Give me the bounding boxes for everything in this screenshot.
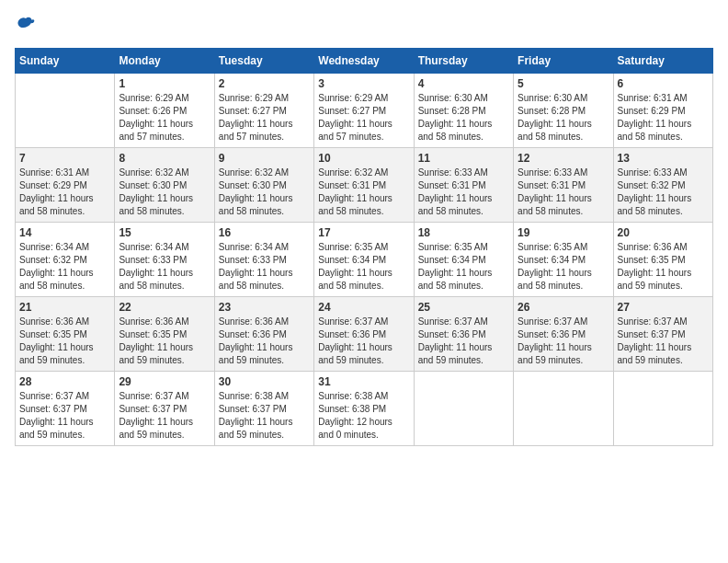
day-number: 19	[518, 226, 609, 239]
calendar-cell	[16, 74, 115, 148]
day-info: Sunrise: 6:29 AM Sunset: 6:27 PM Dayligh…	[318, 92, 409, 144]
day-number: 4	[418, 77, 509, 90]
weekday-header: Sunday	[16, 49, 115, 74]
day-info: Sunrise: 6:35 AM Sunset: 6:34 PM Dayligh…	[418, 241, 509, 293]
calendar-cell: 29Sunrise: 6:37 AM Sunset: 6:37 PM Dayli…	[115, 372, 214, 446]
calendar-cell: 2Sunrise: 6:29 AM Sunset: 6:27 PM Daylig…	[214, 74, 313, 148]
calendar-cell: 26Sunrise: 6:37 AM Sunset: 6:36 PM Dayli…	[514, 297, 613, 372]
calendar-cell: 21Sunrise: 6:36 AM Sunset: 6:35 PM Dayli…	[16, 297, 115, 372]
calendar-cell: 30Sunrise: 6:38 AM Sunset: 6:37 PM Dayli…	[214, 372, 313, 446]
day-info: Sunrise: 6:30 AM Sunset: 6:28 PM Dayligh…	[418, 92, 509, 144]
day-number: 23	[219, 301, 310, 314]
day-number: 5	[518, 77, 609, 90]
calendar-cell: 5Sunrise: 6:30 AM Sunset: 6:28 PM Daylig…	[514, 74, 613, 148]
day-number: 30	[219, 375, 310, 388]
day-info: Sunrise: 6:37 AM Sunset: 6:37 PM Dayligh…	[618, 316, 709, 367]
day-info: Sunrise: 6:36 AM Sunset: 6:35 PM Dayligh…	[119, 316, 210, 367]
calendar-cell: 28Sunrise: 6:37 AM Sunset: 6:37 PM Dayli…	[16, 372, 115, 446]
day-info: Sunrise: 6:37 AM Sunset: 6:37 PM Dayligh…	[19, 390, 110, 442]
page-header	[15, 15, 713, 40]
day-info: Sunrise: 6:37 AM Sunset: 6:36 PM Dayligh…	[418, 316, 509, 367]
weekday-header: Friday	[514, 49, 613, 74]
calendar-week-row: 14Sunrise: 6:34 AM Sunset: 6:32 PM Dayli…	[16, 223, 713, 297]
calendar-cell	[514, 372, 613, 446]
calendar-cell: 17Sunrise: 6:35 AM Sunset: 6:34 PM Dayli…	[314, 223, 414, 297]
day-number: 15	[119, 226, 210, 239]
calendar-week-row: 21Sunrise: 6:36 AM Sunset: 6:35 PM Dayli…	[16, 297, 713, 372]
day-info: Sunrise: 6:36 AM Sunset: 6:35 PM Dayligh…	[19, 316, 110, 367]
calendar-week-row: 7Sunrise: 6:31 AM Sunset: 6:29 PM Daylig…	[16, 148, 713, 223]
day-number: 21	[19, 301, 110, 314]
day-info: Sunrise: 6:34 AM Sunset: 6:32 PM Dayligh…	[19, 241, 110, 293]
calendar-cell: 12Sunrise: 6:33 AM Sunset: 6:31 PM Dayli…	[514, 148, 613, 223]
logo	[15, 15, 39, 40]
day-number: 12	[518, 152, 609, 165]
calendar-week-row: 28Sunrise: 6:37 AM Sunset: 6:37 PM Dayli…	[16, 372, 713, 446]
day-number: 8	[119, 152, 210, 165]
day-number: 16	[219, 226, 310, 239]
day-info: Sunrise: 6:34 AM Sunset: 6:33 PM Dayligh…	[119, 241, 210, 293]
day-info: Sunrise: 6:32 AM Sunset: 6:30 PM Dayligh…	[219, 167, 310, 218]
day-number: 24	[318, 301, 409, 314]
weekday-header: Monday	[115, 49, 214, 74]
day-number: 11	[418, 152, 509, 165]
day-number: 28	[19, 375, 110, 388]
day-info: Sunrise: 6:32 AM Sunset: 6:31 PM Dayligh…	[318, 167, 409, 218]
calendar-cell: 8Sunrise: 6:32 AM Sunset: 6:30 PM Daylig…	[115, 148, 214, 223]
day-info: Sunrise: 6:33 AM Sunset: 6:32 PM Dayligh…	[618, 167, 709, 218]
day-info: Sunrise: 6:33 AM Sunset: 6:31 PM Dayligh…	[418, 167, 509, 218]
calendar-cell: 20Sunrise: 6:36 AM Sunset: 6:35 PM Dayli…	[613, 223, 712, 297]
day-info: Sunrise: 6:30 AM Sunset: 6:28 PM Dayligh…	[518, 92, 609, 144]
day-number: 26	[518, 301, 609, 314]
calendar-cell: 19Sunrise: 6:35 AM Sunset: 6:34 PM Dayli…	[514, 223, 613, 297]
day-number: 14	[19, 226, 110, 239]
calendar-cell: 31Sunrise: 6:38 AM Sunset: 6:38 PM Dayli…	[314, 372, 414, 446]
weekday-header: Tuesday	[214, 49, 313, 74]
day-info: Sunrise: 6:37 AM Sunset: 6:37 PM Dayligh…	[119, 390, 210, 442]
calendar-cell: 27Sunrise: 6:37 AM Sunset: 6:37 PM Dayli…	[613, 297, 712, 372]
calendar-cell: 11Sunrise: 6:33 AM Sunset: 6:31 PM Dayli…	[414, 148, 513, 223]
day-info: Sunrise: 6:31 AM Sunset: 6:29 PM Dayligh…	[19, 167, 110, 218]
calendar-cell: 15Sunrise: 6:34 AM Sunset: 6:33 PM Dayli…	[115, 223, 214, 297]
calendar-cell	[613, 372, 712, 446]
day-number: 9	[219, 152, 310, 165]
day-info: Sunrise: 6:29 AM Sunset: 6:26 PM Dayligh…	[119, 92, 210, 144]
day-info: Sunrise: 6:36 AM Sunset: 6:35 PM Dayligh…	[618, 241, 709, 293]
calendar-cell: 6Sunrise: 6:31 AM Sunset: 6:29 PM Daylig…	[613, 74, 712, 148]
calendar-cell: 10Sunrise: 6:32 AM Sunset: 6:31 PM Dayli…	[314, 148, 414, 223]
calendar-cell: 14Sunrise: 6:34 AM Sunset: 6:32 PM Dayli…	[16, 223, 115, 297]
day-number: 31	[318, 375, 409, 388]
day-number: 17	[318, 226, 409, 239]
calendar-table: SundayMondayTuesdayWednesdayThursdayFrid…	[15, 48, 713, 446]
calendar-cell: 16Sunrise: 6:34 AM Sunset: 6:33 PM Dayli…	[214, 223, 313, 297]
day-info: Sunrise: 6:29 AM Sunset: 6:27 PM Dayligh…	[219, 92, 310, 144]
calendar-cell: 4Sunrise: 6:30 AM Sunset: 6:28 PM Daylig…	[414, 74, 513, 148]
weekday-header: Saturday	[613, 49, 712, 74]
day-number: 27	[618, 301, 709, 314]
weekday-header: Thursday	[414, 49, 513, 74]
day-info: Sunrise: 6:38 AM Sunset: 6:38 PM Dayligh…	[318, 390, 409, 442]
day-number: 10	[318, 152, 409, 165]
logo-bird-icon	[15, 15, 37, 37]
calendar-cell: 3Sunrise: 6:29 AM Sunset: 6:27 PM Daylig…	[314, 74, 414, 148]
day-number: 1	[119, 77, 210, 90]
calendar-header: SundayMondayTuesdayWednesdayThursdayFrid…	[16, 49, 713, 74]
calendar-cell: 1Sunrise: 6:29 AM Sunset: 6:26 PM Daylig…	[115, 74, 214, 148]
day-number: 3	[318, 77, 409, 90]
calendar-cell: 13Sunrise: 6:33 AM Sunset: 6:32 PM Dayli…	[613, 148, 712, 223]
calendar-cell: 23Sunrise: 6:36 AM Sunset: 6:36 PM Dayli…	[214, 297, 313, 372]
day-number: 2	[219, 77, 310, 90]
calendar-cell	[414, 372, 513, 446]
day-info: Sunrise: 6:38 AM Sunset: 6:37 PM Dayligh…	[219, 390, 310, 442]
day-info: Sunrise: 6:36 AM Sunset: 6:36 PM Dayligh…	[219, 316, 310, 367]
day-number: 18	[418, 226, 509, 239]
day-number: 22	[119, 301, 210, 314]
calendar-cell: 18Sunrise: 6:35 AM Sunset: 6:34 PM Dayli…	[414, 223, 513, 297]
calendar-cell: 24Sunrise: 6:37 AM Sunset: 6:36 PM Dayli…	[314, 297, 414, 372]
day-number: 20	[618, 226, 709, 239]
day-number: 7	[19, 152, 110, 165]
calendar-cell: 9Sunrise: 6:32 AM Sunset: 6:30 PM Daylig…	[214, 148, 313, 223]
weekday-header: Wednesday	[314, 49, 414, 74]
calendar-cell: 25Sunrise: 6:37 AM Sunset: 6:36 PM Dayli…	[414, 297, 513, 372]
day-info: Sunrise: 6:31 AM Sunset: 6:29 PM Dayligh…	[618, 92, 709, 144]
